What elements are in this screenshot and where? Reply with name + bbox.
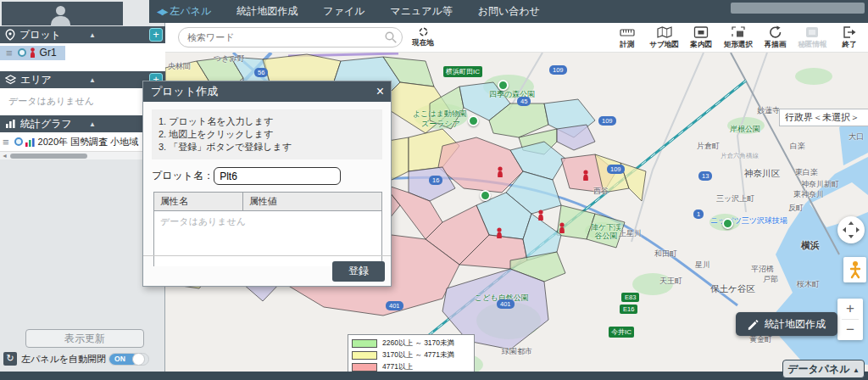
plot-marker[interactable]	[537, 210, 545, 221]
redraw-button[interactable]: 再描画	[757, 23, 794, 53]
map-toolbar: 現在地 計測 サブ地図 案内図 矩形選択 再描画 秘匿情報 終了	[165, 23, 868, 53]
auto-collapse-label: 左パネルを自動開閉	[21, 353, 106, 366]
tab-file[interactable]: ファイル	[323, 4, 364, 19]
graph-section-header[interactable]: 統計グラフ ▲	[0, 115, 165, 132]
park-poi-icon	[722, 218, 733, 229]
rect-select-button[interactable]: 矩形選択	[720, 23, 757, 53]
map-label: 白楽	[790, 141, 805, 152]
map-label: 大口	[849, 131, 864, 142]
zoom-in-button[interactable]: +	[837, 299, 863, 319]
current-location-button[interactable]: 現在地	[408, 25, 438, 48]
pan-control[interactable]	[837, 216, 865, 243]
park-poi-icon	[480, 190, 491, 201]
data-panel-label: データパネル	[787, 363, 849, 375]
attr-name-column: 属性名	[154, 193, 243, 210]
create-statmap-button[interactable]: 統計地図作成	[736, 312, 837, 336]
map-label-park: ズーラシア	[421, 119, 460, 130]
dialog-footer: 登録	[143, 255, 391, 286]
user-avatar-button[interactable]	[2, 2, 123, 25]
nav-gray-pill	[731, 3, 865, 14]
plot-marker[interactable]	[558, 222, 566, 234]
avatar-icon	[51, 16, 70, 26]
plot-item-label: Gr1	[40, 47, 57, 59]
chevron-up-icon: ▲	[853, 366, 860, 374]
tab-contact[interactable]: お問い合わせ	[478, 4, 540, 19]
bar-chart-icon	[5, 119, 16, 129]
rect-select-icon	[731, 25, 746, 39]
tab-create-statmap[interactable]: 統計地図作成	[236, 4, 298, 19]
zoom-out-button[interactable]: −	[837, 320, 863, 340]
plot-section-header[interactable]: プロット ▲ +	[0, 26, 165, 43]
exit-button[interactable]: 終了	[831, 23, 868, 53]
plot-item-gr1[interactable]: ≡ Gr1	[0, 45, 165, 60]
graph-section-title: 統計グラフ	[20, 117, 72, 131]
plot-marker[interactable]	[496, 166, 504, 178]
list-icon[interactable]: ≡	[3, 136, 9, 148]
current-location-label: 現在地	[408, 38, 438, 48]
map-badge-ic: 横浜町田IC	[443, 66, 482, 77]
panel-arrows-icon: ◀▶	[157, 7, 166, 16]
scrollbar-thumb[interactable]	[10, 154, 87, 159]
plot-section-title: プロット	[19, 28, 61, 42]
pan-arrows-icon	[837, 216, 865, 243]
submap-button[interactable]: サブ地図	[646, 23, 683, 53]
toggle-knob[interactable]	[132, 353, 145, 366]
rect-select-label: 矩形選択	[724, 40, 753, 50]
crosshair-icon	[417, 25, 430, 38]
collapse-icon[interactable]: ▲	[89, 76, 96, 84]
map-label: 三ッ沢上町	[716, 193, 754, 204]
legend-label: 2260以上 ～ 3170未満	[382, 338, 454, 349]
collapse-icon[interactable]: ▲	[89, 120, 96, 128]
route-shield: 401	[497, 299, 515, 309]
map-label: 東白楽	[795, 167, 818, 178]
instruction-step: 1. プロット名を入力します	[159, 115, 376, 128]
area-section-header[interactable]: エリア ▲ +	[0, 71, 165, 88]
dialog-header[interactable]: プロット作成 ×	[143, 81, 391, 102]
plot-marker[interactable]	[581, 170, 590, 182]
admin-boundary-select[interactable]: 行政界＜未選択＞ ▼	[779, 109, 868, 126]
ruler-icon	[620, 25, 635, 39]
close-icon[interactable]: ×	[376, 85, 384, 98]
confidential-info-button: 秘匿情報	[793, 23, 831, 53]
area-empty-text: データはありません	[0, 88, 165, 108]
map-label-ward: 保土ケ谷区	[710, 283, 755, 295]
tab-left-panel-label: 左パネル	[170, 4, 211, 19]
add-plot-button[interactable]: +	[149, 28, 163, 42]
route-shield-exp: E83	[621, 293, 639, 302]
measure-button[interactable]: 計測	[609, 23, 646, 53]
redraw-label: 再描画	[765, 40, 787, 50]
refresh-display-button[interactable]: 表示更新	[25, 329, 144, 348]
map-label: 片倉町	[697, 141, 720, 152]
plot-marker[interactable]	[495, 227, 504, 239]
graph-item-label: 2020年 国勢調査 小地域	[38, 136, 139, 148]
horizontal-scrollbar[interactable]: ◄	[0, 151, 165, 159]
route-shield: 109	[607, 165, 625, 174]
route-shield: 109	[549, 65, 567, 75]
visibility-toggle-icon[interactable]	[18, 48, 26, 57]
collapse-icon[interactable]: ▲	[89, 31, 96, 39]
overview-map-button[interactable]: 案内図	[682, 23, 720, 53]
plot-name-input[interactable]	[214, 167, 341, 185]
register-button[interactable]: 登録	[332, 261, 385, 282]
street-view-pegman[interactable]	[843, 257, 866, 282]
map-label: 桜木町	[797, 279, 820, 290]
route-shield: 1	[693, 210, 704, 219]
list-icon[interactable]: ≡	[6, 47, 13, 59]
auto-collapse-toggle[interactable]: ON	[108, 353, 149, 366]
visibility-toggle-icon[interactable]	[14, 137, 23, 146]
map-label: つきみ野	[214, 53, 245, 64]
tab-left-panel[interactable]: ◀▶ 左パネル	[157, 4, 211, 19]
refresh-icon[interactable]: ↻	[3, 352, 17, 366]
route-shield: 56	[254, 68, 268, 77]
scroll-left-icon[interactable]: ◄	[2, 153, 8, 159]
data-panel-button[interactable]: データパネル ▲	[782, 360, 865, 378]
graph-item-2020[interactable]: ≡ 2020年 国勢調査 小地域	[0, 134, 165, 149]
dialog-title: プロット作成	[151, 84, 218, 99]
pencil-icon	[748, 319, 759, 330]
plot-name-label: プロット名：	[152, 169, 214, 183]
mini-chart-icon	[25, 137, 35, 147]
route-shield: 45	[517, 97, 531, 106]
tab-manual[interactable]: マニュアル等	[390, 4, 452, 19]
search-icon[interactable]	[384, 31, 398, 44]
search-input[interactable]	[178, 27, 403, 48]
